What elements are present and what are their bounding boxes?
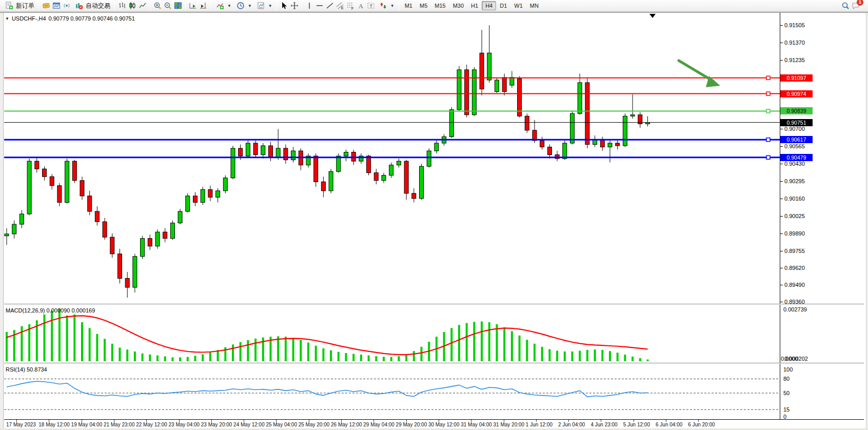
- fibonacci-tool-icon[interactable]: F: [345, 1, 356, 11]
- macd-histogram-bar: [534, 344, 536, 361]
- macd-histogram-bar: [142, 354, 144, 361]
- crosshair-icon[interactable]: [289, 1, 300, 11]
- candle-body: [269, 146, 273, 158]
- time-tick-label: 21 May 23:00: [104, 422, 135, 427]
- macd-indicator-chart[interactable]: [4, 305, 780, 363]
- time-tick-label: 30 May 12:00: [428, 422, 460, 427]
- tile-windows-icon[interactable]: [173, 1, 183, 11]
- chart-shift-icon[interactable]: [198, 1, 208, 11]
- candle-body: [276, 148, 280, 158]
- notifications-icon[interactable]: 1: [851, 1, 861, 11]
- rsi-axis-label: 100: [783, 366, 793, 373]
- candle-body: [449, 110, 453, 137]
- macd-histogram-bar: [126, 349, 128, 361]
- chart-shift-marker[interactable]: [649, 14, 656, 18]
- timeframe-button-h1[interactable]: H1: [467, 1, 482, 10]
- macd-histogram-bar: [292, 338, 294, 361]
- macd-histogram-bar: [458, 325, 460, 361]
- equidistant-channel-tool-icon[interactable]: E: [335, 1, 345, 11]
- macd-axis-top-label: 0.002739: [783, 306, 807, 312]
- templates-button[interactable]: ▼: [254, 1, 274, 11]
- annotation-arrow[interactable]: [679, 61, 720, 87]
- rsi-indicator-chart[interactable]: [4, 364, 780, 419]
- vertical-line-tool-icon[interactable]: [304, 1, 314, 11]
- text-tool-icon[interactable]: A: [356, 1, 366, 11]
- market-watch-icon[interactable]: [41, 1, 51, 11]
- time-tick-label: 31 May 04:00: [461, 422, 492, 427]
- candlestick-chart-icon[interactable]: [127, 1, 137, 11]
- main-price-chart[interactable]: [4, 13, 780, 304]
- auto-scroll-icon[interactable]: [188, 1, 198, 11]
- macd-histogram-bar: [360, 355, 362, 361]
- timeframe-button-h4[interactable]: H4: [482, 1, 496, 10]
- data-window-icon[interactable]: [51, 1, 62, 11]
- search-icon[interactable]: [840, 1, 851, 11]
- price-line-handle: [766, 138, 770, 142]
- chart-window: ▼ USDCHF-,H4 0.90779 0.90779 0.90746 0.9…: [0, 12, 868, 430]
- timeframe-button-m15[interactable]: M15: [431, 1, 449, 10]
- timeframe-button-m1[interactable]: M1: [401, 1, 416, 10]
- timeframe-button-m30[interactable]: M30: [449, 1, 467, 10]
- trendline-tool-icon[interactable]: [325, 1, 335, 11]
- timeframe-button-mn[interactable]: MN: [526, 1, 542, 10]
- candle-body: [103, 222, 107, 237]
- svg-text:F: F: [351, 7, 353, 10]
- candle-body: [472, 70, 476, 115]
- rsi-axis-label: 15: [783, 406, 790, 413]
- macd-histogram-bar: [232, 344, 234, 361]
- time-tick-label: 1 Jun 12:00: [526, 422, 553, 427]
- price-line-handle: [766, 155, 770, 159]
- cursor-icon[interactable]: [279, 1, 289, 11]
- candle-body: [216, 191, 220, 198]
- notification-badge: 1: [857, 0, 863, 6]
- price-tick-dash: [780, 285, 783, 285]
- indicators-icon: [215, 1, 225, 11]
- macd-histogram-bar: [187, 357, 189, 361]
- time-tick-label: 23 May 04:00: [169, 422, 200, 427]
- macd-histogram-bar: [6, 332, 8, 361]
- candle-body: [291, 151, 295, 160]
- svg-text:T: T: [369, 4, 372, 9]
- time-tick-label: 22 May 12:00: [136, 422, 167, 427]
- arrows-tool-button[interactable]: ▼: [376, 1, 397, 11]
- timeframe-button-d1[interactable]: D1: [496, 1, 510, 10]
- candle-body: [374, 173, 378, 181]
- text-label-tool-icon[interactable]: T: [366, 1, 376, 11]
- price-tick-label: 0.89890: [784, 230, 805, 237]
- candle-body: [435, 143, 439, 151]
- auto-trading-button[interactable]: 自动交易: [72, 1, 112, 11]
- price-tick-label: 0.90700: [784, 126, 805, 132]
- price-tick-label: 0.90025: [784, 213, 805, 219]
- time-tick-label: 23 May 20:00: [201, 422, 232, 427]
- timeframe-button-w1[interactable]: W1: [510, 1, 526, 10]
- candle-body: [563, 143, 567, 159]
- bar-chart-icon[interactable]: [117, 1, 127, 11]
- macd-histogram-bar: [96, 334, 98, 361]
- periods-button[interactable]: ▼: [233, 1, 254, 11]
- macd-histogram-bar: [609, 351, 611, 361]
- macd-histogram-bar: [209, 353, 211, 361]
- macd-histogram-bar: [601, 350, 603, 361]
- toolbar-separator: [302, 2, 302, 10]
- zoom-out-icon[interactable]: [163, 1, 173, 11]
- line-chart-icon[interactable]: [137, 1, 148, 11]
- timeframe-button-m5[interactable]: M5: [416, 1, 431, 10]
- zoom-in-icon[interactable]: [152, 1, 163, 11]
- candle-body: [585, 83, 589, 144]
- time-tick-label: 17 May 2023: [6, 422, 36, 427]
- navigator-icon[interactable]: [62, 1, 72, 11]
- candle-body: [5, 234, 9, 236]
- horizontal-line-tool-icon[interactable]: [314, 1, 325, 11]
- macd-histogram-bar: [345, 353, 347, 361]
- chart-dropdown-icon[interactable]: ▼: [5, 16, 9, 21]
- macd-histogram-bar: [503, 327, 505, 361]
- candle-body: [155, 232, 160, 246]
- macd-histogram-bar: [164, 357, 166, 362]
- candle-body: [480, 53, 484, 89]
- new-order-button[interactable]: 新订单: [2, 1, 36, 11]
- chart-ohlc-values: 0.90779 0.90779 0.90746 0.90751: [49, 15, 135, 22]
- macd-histogram-bar: [134, 351, 136, 361]
- macd-histogram-layer: [6, 308, 649, 361]
- candle-body: [465, 70, 469, 115]
- indicators-button[interactable]: ▼: [213, 1, 233, 11]
